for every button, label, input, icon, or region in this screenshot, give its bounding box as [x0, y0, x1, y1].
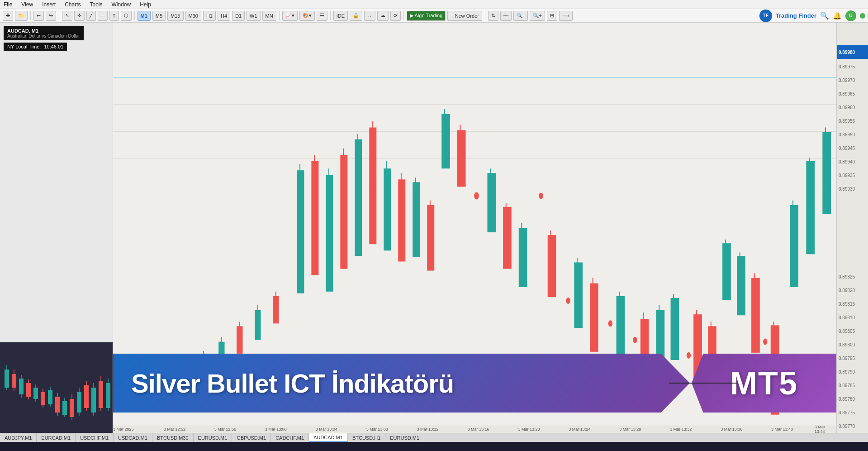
tb-line[interactable]: ╱ [86, 11, 96, 21]
tab-gbpusd[interactable]: GBPUSD.M1 [232, 433, 271, 442]
svg-rect-97 [693, 314, 702, 383]
tb-sep5 [330, 11, 331, 20]
svg-rect-92 [656, 310, 665, 372]
tab-usdchf[interactable]: USDCHF.M1 [76, 433, 114, 442]
time-label-6: 3 Mar 13:12 [417, 427, 439, 432]
tb-refresh[interactable]: ⟳ [390, 11, 401, 21]
tf-m15[interactable]: M15 [167, 11, 183, 21]
tb-sync[interactable]: ↔ [364, 11, 375, 21]
time-label-4: 3 Mar 13:04 [316, 427, 337, 432]
time-label-13: 3 Mar 13:40 [771, 427, 793, 432]
time-label-12: 3 Mar 13:36 [721, 427, 742, 432]
price-label-9: 0.89935 [837, 168, 868, 182]
brand-logo: TF [759, 10, 772, 22]
tb-grid[interactable]: ⊞ [547, 11, 557, 21]
tb-hline[interactable]: ─ [98, 11, 108, 21]
svg-point-77 [539, 192, 543, 199]
tb-cloud[interactable]: ☁ [377, 11, 389, 21]
notification-icon[interactable]: 🔔 [833, 11, 842, 20]
left-panel: AUDCAD, M1 Australian Dollar vs Canadian… [0, 23, 113, 433]
tb-lock[interactable]: 🔒 [350, 11, 362, 21]
svg-point-106 [763, 339, 767, 345]
price-label-1: 0.89975 [837, 60, 868, 73]
time-value: 10:46:01 [44, 44, 63, 49]
tb-text[interactable]: T [109, 11, 119, 21]
price-label-mini-8: 0.89790 [837, 365, 868, 379]
tab-audjpy[interactable]: AUDJPY.M1 [0, 433, 37, 442]
tf-mn[interactable]: MN [262, 11, 276, 21]
price-label-4: 0.89960 [837, 101, 868, 114]
time-label: NY Local Time: [7, 44, 41, 49]
symbol-desc: Australian Dollar vs Canadian Dollar [7, 34, 80, 38]
tb-arrow[interactable]: ↩ [33, 11, 44, 21]
tab-btcusdh1[interactable]: BTCUSD.H1 [348, 433, 385, 442]
menu-help[interactable]: Help [138, 1, 153, 8]
tb-crosshair[interactable]: ✛ [74, 11, 85, 21]
tf-h1[interactable]: H1 [203, 11, 216, 21]
price-label-3: 0.89965 [837, 87, 868, 101]
user-icon[interactable]: U [845, 10, 856, 21]
tf-m1[interactable]: M1 [138, 11, 151, 21]
svg-rect-87 [617, 296, 625, 355]
menu-insert[interactable]: Insert [40, 1, 57, 8]
tb-template[interactable]: ☰ [317, 11, 327, 21]
tf-w1[interactable]: W1 [247, 11, 261, 21]
tab-cadchf[interactable]: CADCHF.M1 [271, 433, 309, 442]
tab-audcad[interactable]: AUDCAD.M1 [309, 433, 348, 442]
tb-new[interactable]: ✚ [3, 11, 13, 21]
candlestick-chart [113, 23, 836, 433]
time-label-9: 3 Mar 13:24 [569, 427, 590, 432]
tb-color[interactable]: 🎨▾ [299, 11, 315, 21]
menu-charts[interactable]: Charts [63, 1, 82, 8]
tf-m30[interactable]: M30 [185, 11, 201, 21]
time-display: NY Local Time: 10:46:01 [4, 43, 67, 51]
tb-algo-trading[interactable]: ▶ Algo Trading [407, 11, 446, 21]
tab-btcusdm30[interactable]: BTCUSD.M30 [152, 433, 194, 442]
tab-eurusd1[interactable]: EURUSD.M1 [194, 433, 232, 442]
main-chart[interactable]: 3 Mar 2025 3 Mar 12:52 3 Mar 12:56 3 Mar… [113, 23, 836, 433]
svg-rect-63 [413, 182, 420, 257]
tab-eurusd2[interactable]: EURUSD.M1 [385, 433, 424, 442]
tb-sep6 [403, 11, 404, 20]
price-label-mini-2: 0.89820 [837, 283, 868, 297]
svg-rect-43 [255, 310, 261, 340]
tb-shapes[interactable]: ⬡ [121, 11, 132, 21]
menu-view[interactable]: View [19, 1, 35, 8]
svg-rect-37 [200, 355, 206, 384]
search-icon[interactable]: 🔍 [820, 11, 829, 20]
svg-rect-74 [503, 207, 512, 269]
svg-rect-108 [771, 325, 779, 414]
tab-eurcad[interactable]: EURCAD.M1 [37, 433, 76, 442]
tb-new-order[interactable]: + New Order [447, 11, 482, 21]
tb-autoscroll[interactable]: ⟹ [559, 11, 573, 21]
menu-tools[interactable]: Tools [88, 1, 104, 8]
mini-chart [0, 342, 113, 433]
brand-section: TF Trading Finder 🔍 🔔 U [759, 10, 865, 22]
tb-osc[interactable]: 〰 [500, 11, 512, 21]
menu-window[interactable]: Window [110, 1, 133, 8]
tb-redo[interactable]: ↪ [46, 11, 56, 21]
price-label-7: 0.89945 [837, 141, 868, 155]
tb-ide[interactable]: IDE [333, 11, 348, 21]
tb-sep3 [134, 11, 135, 20]
price-label-mini-4: 0.89810 [837, 311, 868, 324]
tb-zoom-out[interactable]: 🔍- [513, 11, 528, 21]
svg-rect-33 [164, 378, 170, 401]
tab-usdcad[interactable]: USDCAD.M1 [114, 433, 152, 442]
price-axis: 0.89980 0.89975 0.89970 0.89965 0.89960 … [836, 23, 868, 433]
tb-chart-type[interactable]: 📈▾ [282, 11, 298, 21]
tf-m5[interactable]: M5 [152, 11, 166, 21]
menu-file[interactable]: File [2, 1, 14, 8]
time-label-11: 3 Mar 13:32 [670, 427, 692, 432]
tb-zoom-in[interactable]: 🔍+ [530, 11, 545, 21]
tb-open[interactable]: 📁 [15, 11, 28, 21]
time-label-3: 3 Mar 13:00 [265, 427, 287, 432]
svg-rect-112 [806, 161, 815, 254]
time-label-0: 3 Mar 2025 [113, 427, 134, 432]
tb-sep2 [59, 11, 59, 20]
tb-sep4 [279, 11, 280, 20]
tf-h4[interactable]: H4 [218, 11, 230, 21]
tb-cursor[interactable]: ↖ [62, 11, 72, 21]
tf-d1[interactable]: D1 [232, 11, 245, 21]
tb-indicators[interactable]: ⇅ [488, 11, 498, 21]
